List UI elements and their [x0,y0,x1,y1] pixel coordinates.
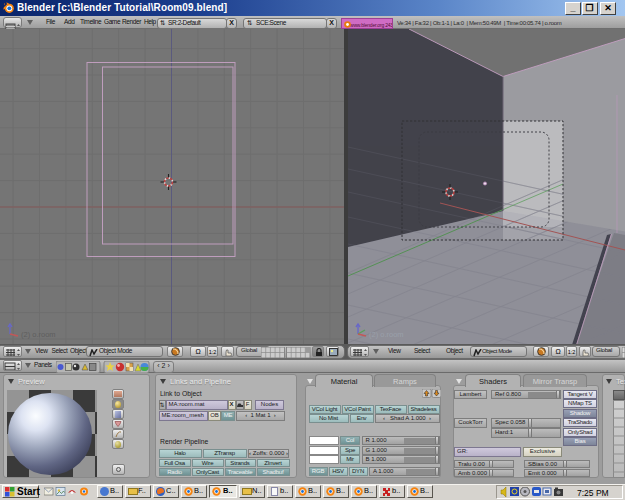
svg-text:(2) o.room: (2) o.room [21,330,56,339]
svg-text:(2) o.room: (2) o.room [369,330,404,339]
